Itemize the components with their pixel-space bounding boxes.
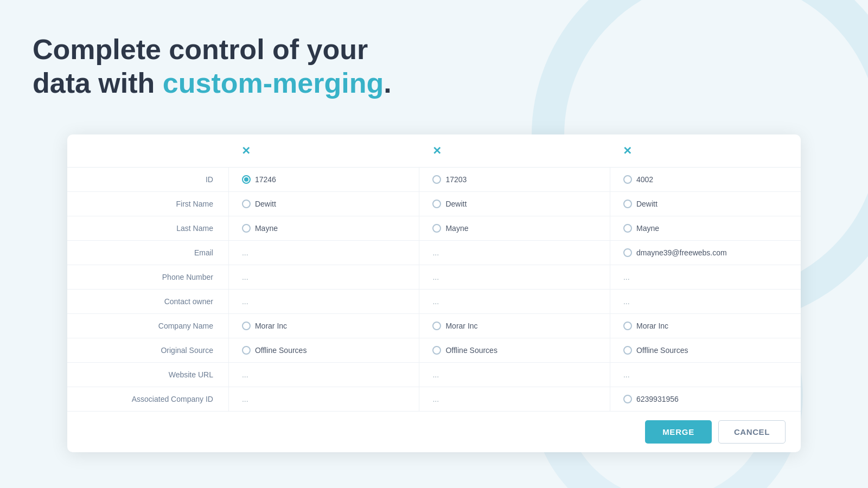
row-label-0: ID — [67, 168, 228, 192]
cell-text-r8-c1: ... — [432, 370, 439, 379]
row-label-5: Contact owner — [67, 290, 228, 314]
radio-r2-c2[interactable] — [623, 224, 632, 233]
table-row: Phone Number......... — [67, 265, 801, 290]
cell-text-r0-c1: 17203 — [445, 175, 467, 184]
cell-text-r9-c0: ... — [242, 395, 248, 403]
cell-r6-c2[interactable]: Morar Inc — [610, 314, 801, 338]
hero-line2-accent: custom-merging — [163, 67, 384, 99]
radio-r1-c0[interactable] — [242, 200, 251, 208]
hero-line2-end: . — [384, 67, 391, 99]
radio-r0-c2[interactable] — [623, 175, 632, 184]
cell-text-r9-c2: 6239931956 — [636, 395, 679, 403]
cell-text-r5-c0: ... — [242, 297, 248, 306]
radio-r1-c2[interactable] — [623, 200, 632, 208]
cell-r3-c0: ... — [228, 241, 419, 265]
cell-r6-c1[interactable]: Morar Inc — [419, 314, 610, 338]
cell-text-r7-c2: Offline Sources — [636, 346, 688, 355]
table-row: Website URL......... — [67, 363, 801, 387]
cell-r7-c2[interactable]: Offline Sources — [610, 338, 801, 363]
radio-r7-c0[interactable] — [242, 346, 251, 355]
radio-r6-c2[interactable] — [623, 322, 632, 330]
hero-line2-plain: data with — [33, 67, 163, 99]
cell-r4-c0: ... — [228, 265, 419, 290]
cell-r0-c0[interactable]: 17246 — [228, 168, 419, 192]
close-icon-col1[interactable]: ✕ — [241, 145, 251, 157]
cell-r1-c2[interactable]: Dewitt — [610, 192, 801, 216]
close-icon-col2[interactable]: ✕ — [432, 145, 442, 157]
merge-table: ✕ ✕ ✕ ID17246172034002First NameDewittDe… — [67, 134, 801, 411]
merge-card: ✕ ✕ ✕ ID17246172034002First NameDewittDe… — [67, 134, 801, 452]
cell-r4-c2: ... — [610, 265, 801, 290]
table-row: Associated Company ID......6239931956 — [67, 387, 801, 412]
cell-r5-c1: ... — [419, 290, 610, 314]
cell-text-r5-c2: ... — [623, 297, 630, 306]
cell-r5-c0: ... — [228, 290, 419, 314]
cell-r1-c1[interactable]: Dewitt — [419, 192, 610, 216]
radio-r0-c0[interactable] — [242, 175, 251, 184]
cell-r0-c2[interactable]: 4002 — [610, 168, 801, 192]
table-row: Company NameMorar IncMorar IncMorar Inc — [67, 314, 801, 338]
cell-r6-c0[interactable]: Morar Inc — [228, 314, 419, 338]
cell-text-r8-c0: ... — [242, 370, 248, 379]
row-label-3: Email — [67, 241, 228, 265]
cell-r9-c1: ... — [419, 387, 610, 412]
radio-r3-c2[interactable] — [623, 248, 632, 257]
merge-button[interactable]: MERGE — [645, 420, 712, 444]
close-icon-col3[interactable]: ✕ — [623, 145, 632, 157]
radio-r0-c1[interactable] — [432, 175, 441, 184]
radio-r7-c2[interactable] — [623, 346, 632, 355]
col3-header: ✕ — [610, 134, 801, 168]
row-label-8: Website URL — [67, 363, 228, 387]
cell-text-r7-c0: Offline Sources — [255, 346, 307, 355]
cell-r3-c1: ... — [419, 241, 610, 265]
row-label-6: Company Name — [67, 314, 228, 338]
radio-r2-c1[interactable] — [432, 224, 441, 233]
cell-r5-c2: ... — [610, 290, 801, 314]
cell-r2-c0[interactable]: Mayne — [228, 216, 419, 241]
cell-r0-c1[interactable]: 17203 — [419, 168, 610, 192]
row-label-7: Original Source — [67, 338, 228, 363]
radio-r6-c1[interactable] — [432, 322, 441, 330]
row-label-2: Last Name — [67, 216, 228, 241]
table-row: ID17246172034002 — [67, 168, 801, 192]
cell-text-r4-c2: ... — [623, 273, 630, 281]
cell-text-r1-c2: Dewitt — [636, 200, 658, 208]
radio-r6-c0[interactable] — [242, 322, 251, 330]
cell-r1-c0[interactable]: Dewitt — [228, 192, 419, 216]
hero-line1: Complete control of your — [33, 34, 368, 65]
row-label-4: Phone Number — [67, 265, 228, 290]
col1-header: ✕ — [228, 134, 419, 168]
table-row: Original SourceOffline SourcesOffline So… — [67, 338, 801, 363]
cell-text-r0-c2: 4002 — [636, 175, 653, 184]
cell-r3-c2[interactable]: dmayne39@freewebs.com — [610, 241, 801, 265]
cell-text-r3-c1: ... — [432, 248, 439, 257]
cell-r7-c1[interactable]: Offline Sources — [419, 338, 610, 363]
cell-text-r5-c1: ... — [432, 297, 439, 306]
cell-text-r9-c1: ... — [432, 395, 439, 403]
cell-r4-c1: ... — [419, 265, 610, 290]
table-row: Contact owner......... — [67, 290, 801, 314]
cell-text-r3-c0: ... — [242, 248, 248, 257]
cancel-button[interactable]: CANCEL — [718, 420, 786, 444]
label-col-header — [67, 134, 228, 168]
cell-text-r2-c0: Mayne — [255, 224, 278, 233]
radio-r1-c1[interactable] — [432, 200, 441, 208]
cell-text-r4-c1: ... — [432, 273, 439, 281]
cell-text-r7-c1: Offline Sources — [445, 346, 497, 355]
radio-r2-c0[interactable] — [242, 224, 251, 233]
cell-text-r3-c2: dmayne39@freewebs.com — [636, 248, 727, 257]
radio-r9-c2[interactable] — [623, 395, 632, 403]
row-label-9: Associated Company ID — [67, 387, 228, 412]
cell-r2-c1[interactable]: Mayne — [419, 216, 610, 241]
cell-text-r1-c0: Dewitt — [255, 200, 276, 208]
cell-text-r6-c0: Morar Inc — [255, 322, 287, 330]
cell-r9-c2[interactable]: 6239931956 — [610, 387, 801, 412]
cell-r2-c2[interactable]: Mayne — [610, 216, 801, 241]
table-row: Last NameMayneMayneMayne — [67, 216, 801, 241]
cell-r8-c1: ... — [419, 363, 610, 387]
cell-r7-c0[interactable]: Offline Sources — [228, 338, 419, 363]
cell-r8-c2: ... — [610, 363, 801, 387]
row-label-1: First Name — [67, 192, 228, 216]
radio-r7-c1[interactable] — [432, 346, 441, 355]
cell-text-r0-c0: 17246 — [255, 175, 276, 184]
